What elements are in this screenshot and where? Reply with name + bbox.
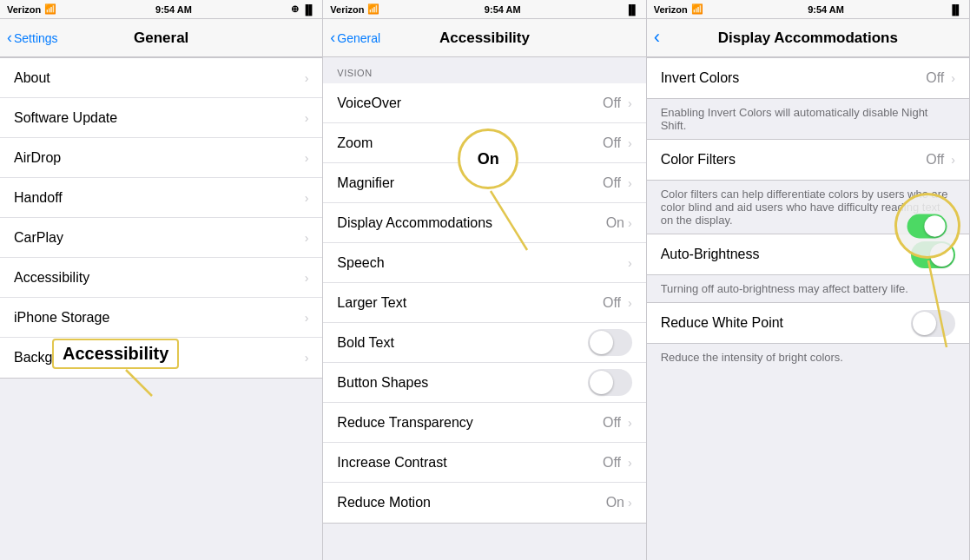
list-item-reduce-transparency[interactable]: Reduce Transparency Off › [323, 403, 645, 443]
carplay-label: CarPlay [14, 230, 63, 246]
nav-title-2: Accessibility [439, 30, 530, 47]
annotation-arrow-1 [126, 370, 178, 422]
signal-icon-2: 📶 [367, 3, 379, 15]
display-accommodations-label: Display Accommodations [337, 215, 492, 231]
invert-colors-desc: Enabling Invert Colors will automaticall… [647, 99, 969, 139]
list-item-color-filters[interactable]: Color Filters Off › [647, 140, 969, 180]
voiceover-value: Off [603, 96, 621, 111]
invert-colors-right: Off › [926, 70, 955, 86]
bold-text-toggle[interactable] [588, 329, 632, 356]
display-accommodations-chevron: › [628, 216, 632, 230]
status-right-3: ▐▌ [948, 4, 962, 15]
list-item-carplay[interactable]: CarPlay › [0, 218, 322, 258]
increase-contrast-chevron: › [628, 456, 632, 470]
zoom-value: Off [603, 135, 621, 151]
reduce-white-point-toggle[interactable] [911, 310, 955, 337]
back-chevron-2: ‹ [330, 30, 335, 45]
back-label-1[interactable]: Settings [14, 31, 58, 45]
list-item-invert-colors[interactable]: Invert Colors Off › [647, 58, 969, 98]
background-app-refresh-chevron: › [305, 351, 309, 365]
list-item-speech[interactable]: Speech › [323, 243, 645, 283]
handoff-label: Handoff [14, 190, 63, 206]
list-item-voiceover[interactable]: VoiceOver Off › [323, 83, 645, 123]
voiceover-label: VoiceOver [337, 96, 401, 111]
handoff-chevron: › [305, 191, 309, 205]
list-item-software-update[interactable]: Software Update › [0, 98, 322, 138]
list-item-increase-contrast[interactable]: Increase Contrast Off › [323, 443, 645, 483]
time-1: 9:54 AM [155, 4, 192, 15]
list-item-handoff[interactable]: Handoff › [0, 178, 322, 218]
on-annotation-circle: On [458, 128, 518, 189]
about-label: About [14, 70, 50, 86]
about-chevron: › [305, 71, 309, 85]
list-item-reduce-white-point[interactable]: Reduce White Point [647, 303, 969, 343]
increase-contrast-label: Increase Contrast [337, 455, 446, 471]
back-chevron-3: ‹ [654, 28, 660, 47]
accessibility-annotation: Accessibility [52, 339, 179, 369]
color-filters-right: Off › [926, 152, 955, 168]
invert-colors-section: Invert Colors Off › [647, 57, 969, 99]
magnifier-right: Off › [603, 175, 632, 191]
status-bar-2: Verizon 📶 9:54 AM ▐▌ [323, 0, 645, 19]
nav-bar-2: ‹ General Accessibility [323, 19, 645, 57]
back-button-2[interactable]: ‹ General [330, 30, 380, 45]
battery-icon-2: ▐▌ [625, 4, 639, 15]
carrier-2: Verizon [330, 4, 364, 15]
battery-icon-1: ▐▌ [302, 4, 316, 15]
list-item-larger-text[interactable]: Larger Text Off › [323, 283, 645, 323]
status-left-2: Verizon 📶 [330, 3, 379, 15]
magnifier-label: Magnifier [337, 175, 394, 191]
speech-label: Speech [337, 255, 384, 271]
color-filters-toggle-knob-in-circle [925, 215, 946, 236]
invert-colors-value: Off [926, 70, 944, 86]
reduce-white-point-desc: Reduce the intensity of bright colors. [647, 344, 969, 371]
speech-chevron: › [628, 256, 632, 270]
reduce-transparency-right: Off › [603, 415, 632, 431]
magnifier-chevron: › [628, 176, 632, 190]
list-item-reduce-motion[interactable]: Reduce Motion On › [323, 483, 645, 523]
accessibility-chevron: › [305, 271, 309, 285]
bold-text-toggle-knob [590, 331, 613, 354]
iphone-storage-chevron: › [305, 311, 309, 325]
carplay-chevron: › [305, 231, 309, 245]
accessibility-panel: Verizon 📶 9:54 AM ▐▌ ‹ General Accessibi… [323, 0, 646, 560]
general-list: About › Software Update › AirDrop › Hand… [0, 57, 322, 379]
list-item-button-shapes[interactable]: Button Shapes [323, 363, 645, 403]
reduce-white-point-label: Reduce White Point [661, 315, 783, 331]
screen-rotation-icon: ⊕ [291, 3, 299, 15]
button-shapes-toggle[interactable] [588, 369, 632, 396]
reduce-motion-right: On › [606, 495, 632, 511]
button-shapes-toggle-knob [590, 371, 613, 394]
list-item-accessibility[interactable]: Accessibility › [0, 258, 322, 298]
list-item-about[interactable]: About › [0, 58, 322, 98]
list-item-display-accommodations[interactable]: Display Accommodations On › [323, 203, 645, 243]
time-3: 9:54 AM [808, 4, 844, 15]
nav-title-3: Display Accommodations [718, 30, 898, 47]
carrier-1: Verizon [7, 4, 41, 15]
voiceover-right: Off › [603, 96, 632, 111]
airdrop-label: AirDrop [14, 150, 61, 166]
airdrop-chevron: › [305, 151, 309, 165]
reduce-motion-value: On [606, 495, 624, 511]
larger-text-right: Off › [603, 295, 632, 311]
increase-contrast-value: Off [603, 455, 621, 471]
invert-colors-chevron: › [951, 71, 955, 85]
color-filters-value: Off [926, 152, 944, 168]
nav-bar-1: ‹ Settings General [0, 19, 322, 57]
display-accommodations-value: On [606, 215, 624, 231]
back-label-2[interactable]: General [337, 31, 380, 45]
magnifier-value: Off [603, 175, 621, 191]
color-filters-annotation-circle [894, 193, 960, 259]
software-update-chevron: › [305, 111, 309, 125]
list-item-bold-text[interactable]: Bold Text [323, 323, 645, 363]
list-item-airdrop[interactable]: AirDrop › [0, 138, 322, 178]
back-button-1[interactable]: ‹ Settings [7, 30, 58, 45]
nav-bar-3: ‹ Display Accommodations [647, 19, 969, 57]
status-left-3: Verizon 📶 [654, 3, 703, 15]
signal-icon-3: 📶 [691, 3, 703, 15]
battery-icon-3: ▐▌ [948, 4, 962, 15]
list-item-iphone-storage[interactable]: iPhone Storage › [0, 298, 322, 338]
back-button-3[interactable]: ‹ [654, 29, 660, 47]
svg-line-0 [126, 370, 152, 396]
reduce-motion-label: Reduce Motion [337, 495, 431, 511]
